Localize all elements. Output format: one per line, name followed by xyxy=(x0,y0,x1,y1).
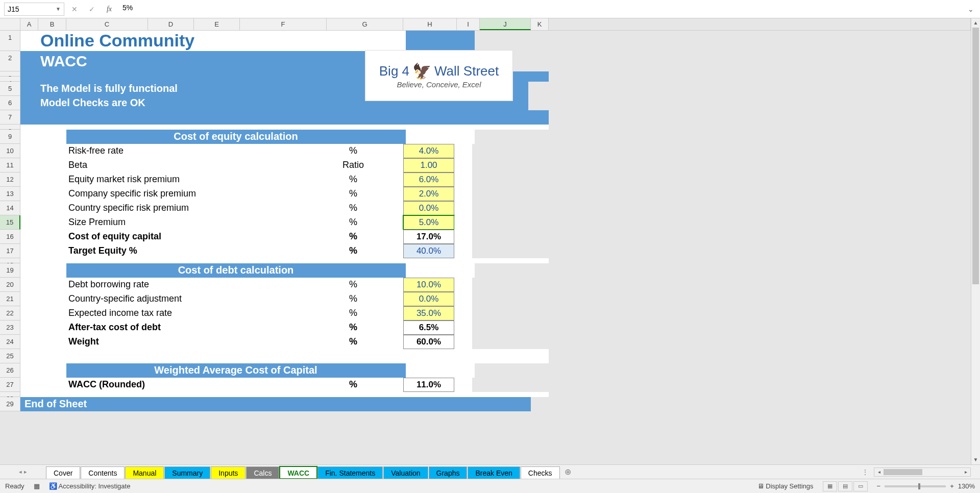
row-header[interactable]: 7 xyxy=(0,110,20,125)
row-header[interactable]: 9 xyxy=(0,130,20,144)
row-header[interactable]: 2 xyxy=(0,51,20,71)
sheet-tab-calcs[interactable]: Calcs xyxy=(246,466,279,479)
data-value[interactable]: 6.0% xyxy=(403,172,454,187)
macro-record-icon[interactable]: ▦ xyxy=(34,482,40,490)
page-break-view-icon[interactable]: ▭ xyxy=(853,481,868,491)
sheet-tab-break-even[interactable]: Break Even xyxy=(468,466,520,479)
zoom-out-button[interactable]: − xyxy=(877,482,881,490)
row-header[interactable]: 28 xyxy=(0,392,20,397)
row-header[interactable]: 18 xyxy=(0,258,20,263)
sheet-tab-cover[interactable]: Cover xyxy=(46,466,80,479)
data-value[interactable]: 10.0% xyxy=(403,278,454,292)
row-header[interactable]: 8 xyxy=(0,125,20,130)
data-value[interactable]: 6.5% xyxy=(403,321,454,335)
col-header[interactable]: K xyxy=(531,18,549,30)
row-header[interactable]: 3 xyxy=(0,71,20,77)
sheet-tab-wacc[interactable]: WACC xyxy=(280,466,317,479)
data-value[interactable]: 17.0% xyxy=(403,230,454,244)
row-header[interactable]: 16 xyxy=(0,230,20,244)
col-header[interactable]: F xyxy=(240,18,327,30)
data-label: Risk-free rate xyxy=(66,144,327,158)
row-header[interactable]: 12 xyxy=(0,172,20,187)
row-header[interactable]: 15 xyxy=(0,215,20,230)
row-header[interactable]: 29 xyxy=(0,397,20,411)
col-header[interactable]: C xyxy=(66,18,148,30)
col-header[interactable]: E xyxy=(194,18,240,30)
sheet-tab-valuation[interactable]: Valuation xyxy=(383,466,428,479)
zoom-slider[interactable] xyxy=(885,485,946,487)
row-header[interactable]: 23 xyxy=(0,321,20,335)
sheet-tab-contents[interactable]: Contents xyxy=(81,466,125,479)
sheet-tab-graphs[interactable]: Graphs xyxy=(429,466,468,479)
row-header[interactable]: 25 xyxy=(0,349,20,363)
accept-formula-icon[interactable]: ✓ xyxy=(85,3,99,16)
data-value[interactable]: 2.0% xyxy=(403,187,454,201)
sheet-tab-summary[interactable]: Summary xyxy=(164,466,210,479)
col-header[interactable]: B xyxy=(38,18,66,30)
col-header[interactable]: I xyxy=(457,18,480,30)
add-sheet-button[interactable]: ⊕ xyxy=(560,467,576,477)
row-header[interactable]: 13 xyxy=(0,187,20,201)
fx-icon[interactable]: fx xyxy=(102,3,116,16)
sheet-tab-manual[interactable]: Manual xyxy=(125,466,164,479)
scroll-up-icon[interactable]: ▲ xyxy=(971,18,980,28)
data-value[interactable]: 60.0% xyxy=(403,335,454,349)
spreadsheet-grid[interactable]: A B C D E F G H I J K 1Online Community2… xyxy=(0,18,971,464)
data-value[interactable]: 0.0% xyxy=(403,292,454,306)
normal-view-icon[interactable]: ▦ xyxy=(823,481,837,491)
row-header[interactable]: 17 xyxy=(0,244,20,258)
cancel-formula-icon[interactable]: ✕ xyxy=(67,3,82,16)
data-value[interactable]: 4.0% xyxy=(403,144,454,158)
status-ready: Ready xyxy=(5,482,24,490)
row-header[interactable]: 27 xyxy=(0,378,20,392)
display-settings-button[interactable]: 🖥 Display Settings xyxy=(757,482,814,490)
row-header[interactable]: 26 xyxy=(0,363,20,378)
scroll-down-icon[interactable]: ▼ xyxy=(971,455,980,464)
row-header[interactable]: 14 xyxy=(0,201,20,215)
col-header[interactable]: J xyxy=(480,18,531,30)
data-value[interactable]: 35.0% xyxy=(403,306,454,321)
section-header-coe: Cost of equity calculation xyxy=(66,130,406,144)
col-header[interactable]: H xyxy=(403,18,457,30)
row-header[interactable]: 4 xyxy=(0,77,20,82)
hscroll-thumb[interactable] xyxy=(884,469,922,475)
chevron-down-icon[interactable]: ▼ xyxy=(56,6,61,12)
data-value[interactable]: 0.0% xyxy=(403,201,454,215)
tab-nav[interactable]: ◂ ▸ xyxy=(0,469,46,475)
tab-options-icon[interactable]: ⋮ xyxy=(856,468,874,476)
row-header[interactable]: 24 xyxy=(0,335,20,349)
data-value[interactable]: 40.0% xyxy=(403,244,454,258)
sheet-tab-fin-statements[interactable]: Fin. Statements xyxy=(317,466,383,479)
zoom-level[interactable]: 130% xyxy=(958,482,975,490)
horizontal-scrollbar[interactable]: ◂ ▸ xyxy=(874,467,971,477)
data-value[interactable]: 11.0% xyxy=(403,378,454,392)
expand-formula-icon[interactable]: ⌄ xyxy=(966,5,976,13)
zoom-in-button[interactable]: + xyxy=(950,482,954,490)
data-value[interactable]: 1.00 xyxy=(403,158,454,172)
vertical-scrollbar[interactable]: ▲ ▼ xyxy=(971,18,980,464)
row-header[interactable]: 1 xyxy=(0,31,20,51)
row-header[interactable]: 10 xyxy=(0,144,20,158)
sheet-tab-checks[interactable]: Checks xyxy=(521,466,560,479)
page-layout-view-icon[interactable]: ▤ xyxy=(838,481,852,491)
row-header[interactable]: 20 xyxy=(0,278,20,292)
data-value[interactable]: 5.0% xyxy=(403,215,454,230)
row-header[interactable]: 19 xyxy=(0,263,20,278)
name-box[interactable]: J15 ▼ xyxy=(4,3,64,16)
row-header[interactable]: 6 xyxy=(0,96,20,110)
scroll-right-icon[interactable]: ▸ xyxy=(961,469,970,475)
formula-input[interactable]: 5% xyxy=(119,3,963,16)
col-header[interactable]: G xyxy=(327,18,403,30)
select-all-corner[interactable] xyxy=(0,18,20,30)
row-header[interactable]: 21 xyxy=(0,292,20,306)
accessibility-status[interactable]: ♿ Accessibility: Investigate xyxy=(49,482,131,490)
row-header[interactable]: 11 xyxy=(0,158,20,172)
scroll-left-icon[interactable]: ◂ xyxy=(874,469,884,475)
section-header-cod: Cost of debt calculation xyxy=(66,263,406,278)
sheet-tab-inputs[interactable]: Inputs xyxy=(211,466,246,479)
col-header[interactable]: A xyxy=(20,18,38,30)
row-header[interactable]: 22 xyxy=(0,306,20,321)
col-header[interactable]: D xyxy=(148,18,194,30)
scroll-thumb[interactable] xyxy=(972,28,979,284)
row-header[interactable]: 5 xyxy=(0,82,20,96)
